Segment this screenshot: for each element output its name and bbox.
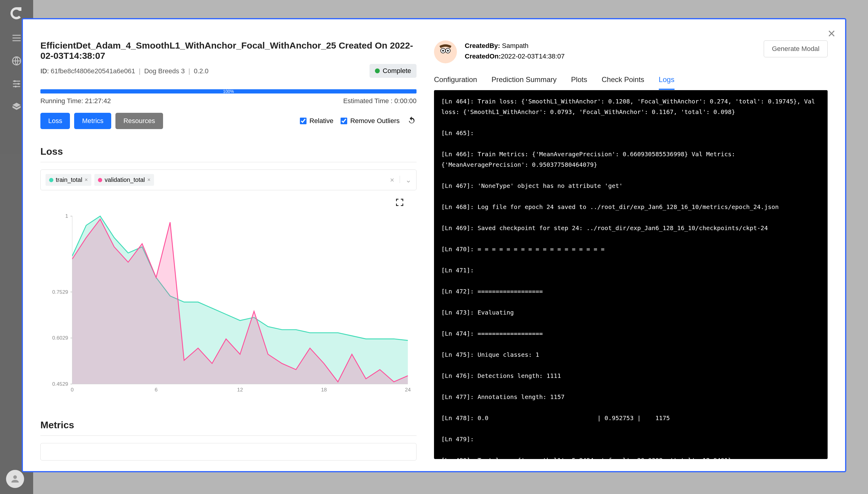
app-logo-icon — [9, 6, 24, 20]
loss-chart: 0.45290.60290.7529106121824 — [40, 197, 416, 403]
loss-section-title: Loss — [40, 146, 416, 157]
progress-bar: 100% — [40, 89, 416, 94]
experiment-subtitle: ID: 61fbe8cf4806e20541a6e061 | Dog Breed… — [40, 67, 209, 75]
relative-checkbox-label[interactable]: Relative — [300, 117, 333, 125]
svg-point-3 — [15, 86, 17, 88]
id-label: ID: — [40, 67, 49, 75]
svg-point-23 — [447, 50, 449, 52]
tab-plots[interactable]: Plots — [571, 75, 587, 90]
experiment-modal: × EfficientDet_Adam_4_SmoothL1_WithAncho… — [22, 18, 846, 472]
relative-checkbox[interactable] — [300, 118, 307, 124]
running-time-label: Running Time: — [40, 97, 83, 104]
expand-icon[interactable] — [395, 197, 405, 207]
status-badge: Complete — [370, 64, 416, 78]
user-avatar[interactable] — [6, 470, 24, 488]
svg-text:0.7529: 0.7529 — [52, 289, 68, 295]
tab-logs[interactable]: Logs — [659, 75, 674, 90]
chip-train-total[interactable]: train_total × — [45, 174, 91, 186]
svg-text:6: 6 — [155, 387, 158, 393]
tab-resources[interactable]: Resources — [115, 113, 163, 129]
chevron-down-icon[interactable]: ⌄ — [406, 176, 411, 184]
svg-text:24: 24 — [405, 387, 411, 393]
remove-outliers-checkbox-label[interactable]: Remove Outliers — [340, 117, 400, 125]
svg-point-2 — [18, 83, 19, 85]
metrics-section-title: Metrics — [40, 419, 416, 431]
svg-point-22 — [442, 50, 444, 52]
layers-icon[interactable] — [11, 101, 22, 112]
createdon-value: 2022-02-03T14:38:07 — [501, 53, 565, 60]
estimated-time-value: 0:00:00 — [395, 97, 416, 104]
creator-avatar — [434, 40, 457, 63]
svg-text:12: 12 — [237, 387, 243, 393]
tab-prediction-summary[interactable]: Prediction Summary — [492, 75, 557, 90]
clear-all-icon[interactable]: × — [390, 176, 394, 184]
createdon-label: CreatedOn: — [465, 53, 501, 60]
running-time-value: 21:27:42 — [85, 97, 111, 104]
remove-outliers-checkbox[interactable] — [340, 118, 347, 124]
chip-remove-icon[interactable]: × — [147, 177, 151, 183]
generate-modal-button[interactable]: Generate Modal — [764, 40, 828, 57]
svg-text:0: 0 — [71, 387, 74, 393]
svg-text:0.4529: 0.4529 — [52, 381, 68, 387]
tab-check-points[interactable]: Check Points — [601, 75, 644, 90]
tab-configuration[interactable]: Configuration — [434, 75, 477, 90]
breadcrumb-project: Dog Breeds 3 — [144, 67, 185, 75]
close-icon[interactable]: × — [828, 26, 835, 41]
createdby-label: CreatedBy: — [465, 42, 500, 50]
progress-percent: 100% — [223, 89, 234, 94]
svg-text:0.6029: 0.6029 — [52, 335, 68, 341]
menu-icon[interactable] — [11, 33, 22, 43]
series-color-dot — [49, 178, 53, 182]
createdby-value: Sampath — [502, 42, 529, 50]
metrics-selector[interactable] — [40, 443, 416, 460]
svg-point-1 — [14, 80, 16, 82]
breadcrumb-version: 0.2.0 — [194, 67, 209, 75]
globe-icon[interactable] — [11, 56, 22, 66]
status-text: Complete — [383, 67, 411, 75]
id-value: 61fbe8cf4806e20541a6e061 — [51, 67, 135, 75]
tab-metrics[interactable]: Metrics — [74, 113, 111, 129]
svg-text:1: 1 — [65, 213, 68, 219]
divider — [40, 162, 416, 162]
time-row: Running Time: 21:27:42 Estimated Time : … — [40, 97, 416, 105]
series-selector[interactable]: train_total × validation_total × × ⌄ — [40, 170, 416, 190]
left-panel: EfficientDet_Adam_4_SmoothL1_WithAnchor_… — [23, 19, 434, 471]
estimated-time-label: Estimated Time : — [343, 97, 393, 104]
status-dot-icon — [375, 69, 380, 73]
series-color-dot — [98, 178, 102, 182]
chip-validation-total[interactable]: validation_total × — [94, 174, 154, 186]
refresh-icon[interactable] — [407, 116, 416, 126]
svg-text:18: 18 — [321, 387, 327, 393]
logs-output[interactable]: [Ln 464]: Train loss: {'SmoothL1_WithAnc… — [434, 90, 828, 459]
chip-remove-icon[interactable]: × — [85, 177, 88, 183]
sliders-icon[interactable] — [11, 78, 22, 89]
experiment-title: EfficientDet_Adam_4_SmoothL1_WithAnchor_… — [40, 40, 416, 61]
right-panel: CreatedBy: Sampath CreatedOn:2022-02-03T… — [434, 19, 845, 471]
tab-loss[interactable]: Loss — [40, 113, 70, 129]
